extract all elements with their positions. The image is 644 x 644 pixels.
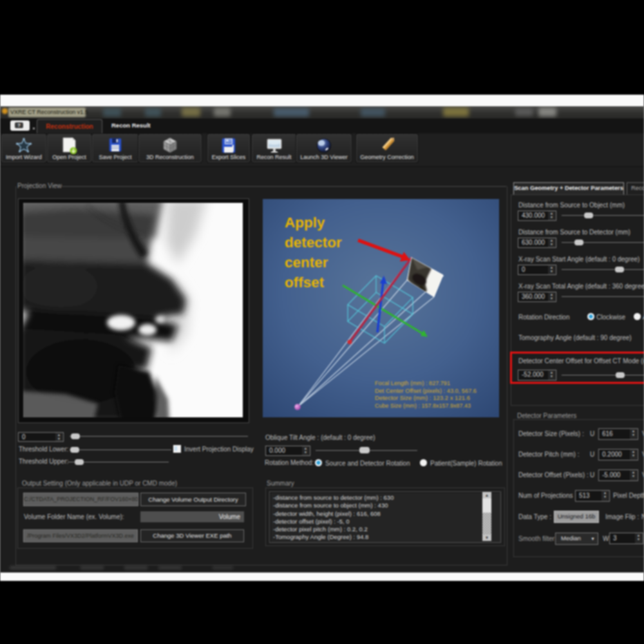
svg-text:Detector Size (mm) : 123.2 x 1: Detector Size (mm) : 123.2 x 121.6 — [375, 395, 470, 401]
svg-text:detector: detector — [285, 234, 342, 251]
svg-text:Focal Length (mm) : 827.791: Focal Length (mm) : 827.791 — [375, 380, 450, 386]
svg-text:center: center — [285, 254, 328, 270]
svg-text:offset: offset — [285, 274, 325, 290]
svg-text:Det Center Offset (pixels) : 4: Det Center Offset (pixels) : 43.0, 567.6 — [375, 388, 477, 394]
svg-text:Cube Size (mm) : 157.8x157.9x8: Cube Size (mm) : 157.8x157.9x87.43 — [375, 402, 471, 409]
svg-text:Apply: Apply — [285, 214, 325, 231]
